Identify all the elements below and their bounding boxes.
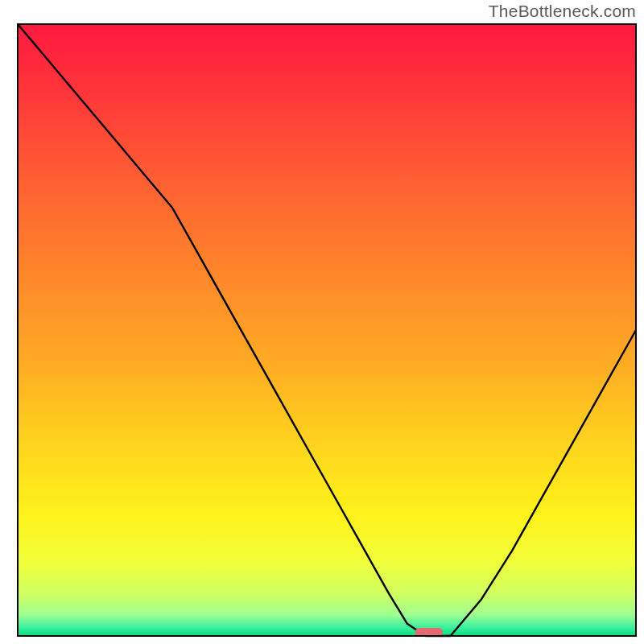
bottleneck-chart — [0, 0, 644, 644]
gradient-background — [18, 24, 636, 636]
chart-stage: TheBottleneck.com — [0, 0, 644, 644]
watermark-text: TheBottleneck.com — [489, 2, 636, 21]
